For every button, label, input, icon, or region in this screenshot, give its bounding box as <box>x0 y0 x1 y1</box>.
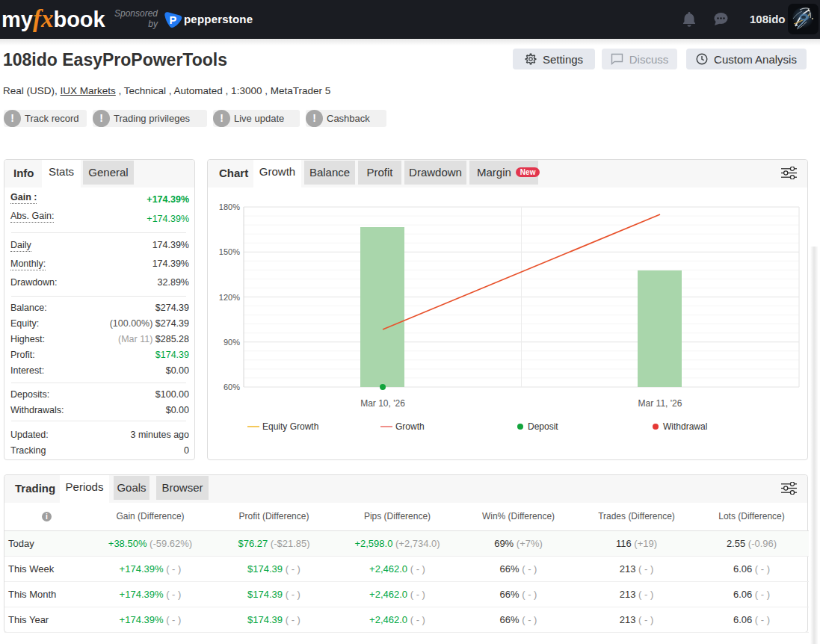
svg-text:Growth: Growth <box>395 421 425 432</box>
svg-text:180%: 180% <box>219 202 240 211</box>
svg-text:P: P <box>170 14 177 26</box>
svg-text:Equity Growth: Equity Growth <box>262 421 318 432</box>
svg-text:90%: 90% <box>224 338 240 347</box>
svg-text:Withdrawal: Withdrawal <box>663 421 707 432</box>
svg-text:Mar 10, '26: Mar 10, '26 <box>360 398 405 409</box>
svg-text:150%: 150% <box>219 247 240 256</box>
svg-text:Mar 11, '26: Mar 11, '26 <box>638 398 682 409</box>
svg-text:60%: 60% <box>224 383 240 391</box>
svg-text:120%: 120% <box>219 293 240 302</box>
svg-text:Deposit: Deposit <box>528 421 558 432</box>
